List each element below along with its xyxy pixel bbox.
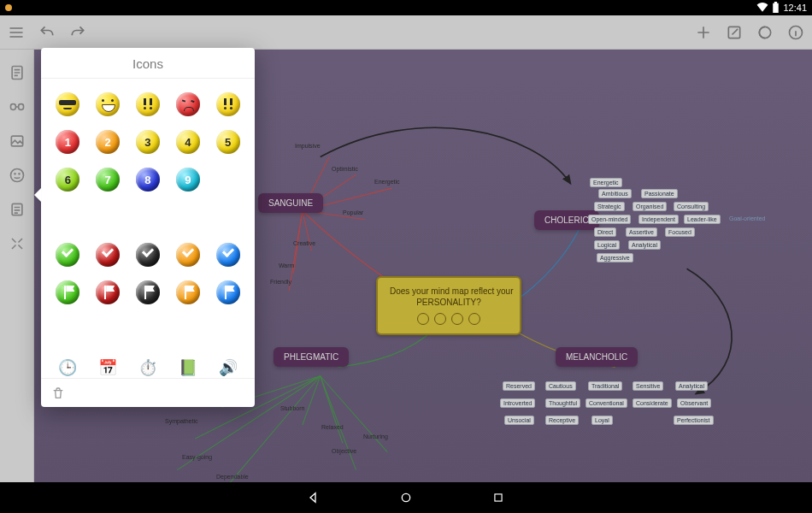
priority-5-icon[interactable]: 5: [216, 130, 240, 154]
check-red-icon[interactable]: [96, 243, 120, 267]
center-line1: Does your mind map reflect your: [390, 286, 508, 298]
clock-icon[interactable]: 🕒: [56, 356, 79, 378]
trait[interactable]: Analytical: [675, 381, 708, 391]
trait[interactable]: Optimistic: [329, 165, 361, 173]
trait[interactable]: Sensitive: [633, 381, 663, 391]
book-icon[interactable]: 📗: [176, 356, 200, 378]
trait[interactable]: Independent: [638, 215, 679, 224]
trait[interactable]: Popular: [340, 209, 366, 216]
trait[interactable]: Reserved: [503, 381, 535, 391]
nav-recents-button[interactable]: [491, 490, 506, 505]
priority-4-icon[interactable]: 4: [176, 130, 200, 154]
trait[interactable]: Conventional: [585, 398, 627, 408]
trait[interactable]: Strategic: [594, 202, 625, 211]
trait[interactable]: Friendly: [268, 278, 294, 286]
trait[interactable]: Thoughtful: [545, 398, 580, 408]
trait[interactable]: Goal-oriented: [727, 215, 768, 222]
trait[interactable]: Relaxed: [319, 423, 346, 431]
trait[interactable]: Warm: [276, 262, 297, 269]
trait[interactable]: Introverted: [500, 398, 535, 408]
notes-panel-button[interactable]: [8, 63, 26, 82]
flag-orange-icon[interactable]: [176, 280, 200, 304]
trait[interactable]: Analytical: [628, 240, 661, 250]
node-melancholic[interactable]: MELANCHOLIC: [556, 347, 638, 367]
node-sanguine[interactable]: SANGUINE: [258, 193, 323, 213]
nav-back-button[interactable]: [306, 490, 321, 505]
trait[interactable]: Creative: [291, 239, 318, 247]
check-blue-icon[interactable]: [216, 243, 240, 267]
check-orange-icon[interactable]: [176, 243, 200, 267]
trait[interactable]: Observant: [677, 398, 711, 408]
check-green-icon[interactable]: [56, 243, 79, 267]
trait[interactable]: Receptive: [545, 416, 579, 425]
trait[interactable]: Direct: [594, 227, 616, 237]
redo-button[interactable]: [68, 23, 87, 42]
check-black-icon[interactable]: [136, 243, 160, 267]
trait[interactable]: Organised: [633, 202, 667, 211]
trait[interactable]: Dependable: [214, 473, 251, 481]
svg-rect-6: [11, 136, 22, 146]
trait[interactable]: Considerate: [633, 398, 672, 408]
calendar-icon[interactable]: 📅: [96, 356, 120, 378]
flag-black-icon[interactable]: [136, 280, 160, 304]
trait-energetic[interactable]: Energetic: [590, 178, 622, 187]
trait[interactable]: Impulsive: [292, 142, 323, 150]
trait[interactable]: Unsocial: [504, 416, 534, 425]
flag-red-icon[interactable]: [96, 280, 120, 304]
emoji-angry-icon[interactable]: [176, 92, 200, 116]
emoji-surprised-icon[interactable]: [136, 92, 160, 116]
info-button[interactable]: [786, 23, 805, 42]
icons-grid: 1 2 3 4 5 6 7 8 9: [41, 79, 255, 378]
trait[interactable]: Nurturing: [361, 433, 391, 440]
priority-8-icon[interactable]: 8: [136, 168, 160, 192]
image-panel-button[interactable]: [8, 132, 26, 150]
priority-7-icon[interactable]: 7: [96, 168, 120, 192]
emoji-sunglasses-icon[interactable]: [56, 92, 79, 116]
node-phlegmatic[interactable]: PHLEGMATIC: [274, 347, 349, 367]
trait[interactable]: Logical: [594, 240, 620, 250]
stopwatch-icon[interactable]: ⏱️: [136, 356, 160, 378]
trait[interactable]: Consulting: [674, 202, 709, 211]
icons-panel-button[interactable]: [8, 166, 26, 185]
add-button[interactable]: [694, 23, 713, 42]
emoji-shocked-icon[interactable]: [216, 92, 240, 116]
trait[interactable]: Traditional: [588, 381, 622, 391]
trait[interactable]: Leader-like: [684, 215, 721, 224]
trait[interactable]: Open-minded: [588, 215, 631, 224]
edit-node-button[interactable]: [725, 23, 744, 42]
emoji-grin-icon[interactable]: [96, 92, 120, 116]
menu-button[interactable]: [7, 23, 26, 42]
priority-9-icon[interactable]: 9: [176, 168, 200, 192]
trash-icon[interactable]: [50, 385, 67, 402]
center-node[interactable]: Does your mind map reflect your PERSONAL…: [376, 276, 521, 335]
trait[interactable]: Aggressive: [597, 253, 633, 262]
collapse-panel-button[interactable]: [8, 234, 26, 253]
task-panel-button[interactable]: [8, 200, 26, 219]
priority-6-icon[interactable]: 6: [56, 168, 79, 192]
flag-green-icon[interactable]: [56, 280, 79, 304]
priority-3-icon[interactable]: 3: [136, 130, 160, 154]
trait[interactable]: Loyal: [591, 416, 613, 425]
trait[interactable]: Assertive: [626, 227, 657, 237]
trait[interactable]: Objective: [329, 447, 359, 455]
trait[interactable]: Perfectionist: [674, 416, 714, 425]
trait[interactable]: Passionate: [641, 189, 678, 198]
node-label: MELANCHOLIC: [566, 352, 627, 362]
svg-point-9: [19, 174, 20, 174]
svg-rect-12: [495, 494, 502, 501]
trait[interactable]: Ambitious: [598, 189, 632, 198]
trait[interactable]: Easy-going: [179, 453, 215, 461]
link-panel-button[interactable]: [8, 97, 26, 116]
trait[interactable]: Sympathetic: [162, 417, 201, 425]
speaker-icon[interactable]: 🔊: [216, 356, 240, 378]
priority-1-icon[interactable]: 1: [56, 130, 79, 154]
trait[interactable]: Cautious: [545, 381, 576, 391]
flag-blue-icon[interactable]: [216, 280, 240, 304]
style-button[interactable]: [756, 23, 774, 42]
nav-home-button[interactable]: [398, 490, 414, 505]
priority-2-icon[interactable]: 2: [96, 130, 120, 154]
trait[interactable]: Energetic: [372, 178, 403, 186]
undo-button[interactable]: [38, 23, 56, 42]
trait[interactable]: Stubborn: [278, 404, 307, 412]
trait[interactable]: Focused: [665, 227, 695, 237]
